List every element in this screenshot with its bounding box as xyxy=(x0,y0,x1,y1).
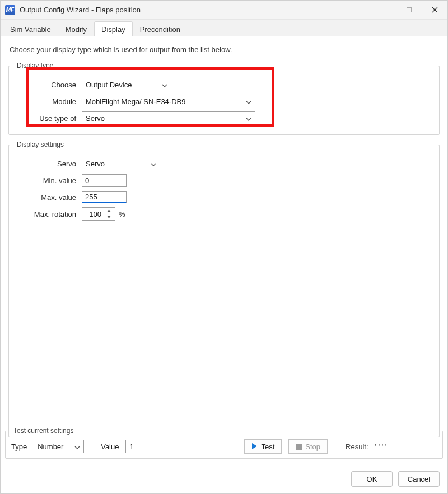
maximize-button[interactable] xyxy=(396,1,422,20)
tab-sim-variable[interactable]: Sim Variable xyxy=(3,21,58,36)
chevron-down-icon xyxy=(246,115,251,121)
test-type-value: Number xyxy=(38,442,63,451)
choose-dropdown[interactable]: Output Device xyxy=(82,78,171,91)
result-label: Result: xyxy=(346,442,368,451)
test-type-label: Type xyxy=(11,442,27,451)
chevron-down-icon xyxy=(246,99,251,104)
test-value-input[interactable] xyxy=(125,440,237,453)
stop-button[interactable]: Stop xyxy=(288,439,328,454)
choose-value: Output Device xyxy=(86,81,132,89)
display-type-group: Display type Choose Output Device Module… xyxy=(8,62,440,135)
content-area: Choose your display type which is used f… xyxy=(1,36,447,437)
test-bar: Test current settings Type Number Value … xyxy=(5,427,443,464)
usetype-dropdown[interactable]: Servo xyxy=(82,111,255,125)
percent-label: % xyxy=(119,210,125,218)
minimize-button[interactable] xyxy=(370,1,396,20)
module-label: Module xyxy=(15,97,82,106)
test-button[interactable]: Test xyxy=(244,439,282,454)
tab-precondition[interactable]: Precondition xyxy=(133,21,188,36)
min-value-label: Min. value xyxy=(15,176,82,185)
instruction-text: Choose your display type which is used f… xyxy=(10,45,440,54)
test-value-label: Value xyxy=(101,442,119,451)
servo-value: Servo xyxy=(86,160,105,168)
result-value: ' ' ' ' xyxy=(375,442,387,451)
dialog-buttons: OK Cancel xyxy=(351,471,440,487)
spinner-down-button[interactable] xyxy=(104,214,114,220)
max-rotation-input[interactable] xyxy=(82,208,104,220)
app-icon: MF xyxy=(5,5,15,15)
min-value-input[interactable] xyxy=(82,174,127,187)
title-bar: MF Output Config Wizard - Flaps position xyxy=(1,1,447,20)
usetype-label: Use type of xyxy=(15,114,82,123)
close-button[interactable] xyxy=(422,1,447,20)
module-dropdown[interactable]: MobiFlight Mega/ SN-E34-DB9 xyxy=(82,95,255,108)
max-value-label: Max. value xyxy=(15,193,82,202)
servo-label: Servo xyxy=(15,160,82,168)
cancel-button[interactable]: Cancel xyxy=(398,471,440,487)
tab-modify[interactable]: Modify xyxy=(58,21,94,36)
spinner-up-button[interactable] xyxy=(104,208,114,214)
display-type-legend: Display type xyxy=(15,62,55,69)
svg-rect-0 xyxy=(407,8,411,12)
chevron-down-icon xyxy=(151,161,156,166)
max-value-input[interactable] xyxy=(82,191,127,203)
tab-display[interactable]: Display xyxy=(94,21,133,36)
display-settings-legend: Display settings xyxy=(15,141,66,148)
test-settings-legend: Test current settings xyxy=(11,427,76,435)
window-title: Output Config Wizard - Flaps position xyxy=(20,6,141,14)
stop-button-label: Stop xyxy=(305,442,320,451)
module-value: MobiFlight Mega/ SN-E34-DB9 xyxy=(86,97,185,106)
choose-label: Choose xyxy=(15,81,82,89)
play-icon xyxy=(251,442,258,451)
chevron-down-icon xyxy=(162,82,167,87)
stop-icon xyxy=(296,444,302,450)
chevron-down-icon xyxy=(74,444,80,449)
test-button-label: Test xyxy=(261,442,274,451)
test-settings-group: Test current settings Type Number Value … xyxy=(5,427,443,459)
servo-dropdown[interactable]: Servo xyxy=(82,157,160,170)
display-settings-group: Display settings Servo Servo Min. value … xyxy=(8,141,440,437)
usetype-value: Servo xyxy=(86,114,105,123)
tab-strip: Sim Variable Modify Display Precondition xyxy=(1,20,447,36)
ok-button[interactable]: OK xyxy=(351,471,393,487)
max-rotation-spinner[interactable] xyxy=(82,207,115,221)
test-type-dropdown[interactable]: Number xyxy=(34,440,84,453)
max-rotation-label: Max. rotation xyxy=(15,210,82,218)
